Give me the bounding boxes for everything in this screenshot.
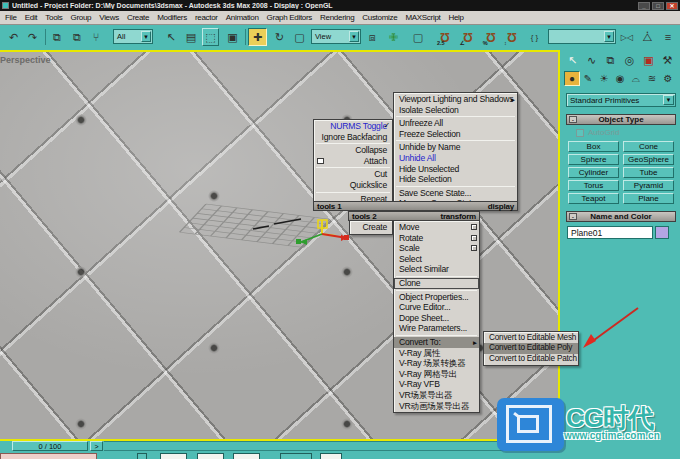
- coordinate-y-field[interactable]: [197, 453, 224, 459]
- menu-item-cut[interactable]: Cut: [314, 169, 392, 180]
- menu-item-save-scene-state[interactable]: Save Scene State...: [394, 188, 517, 199]
- next-frame-button[interactable]: >: [90, 441, 103, 451]
- menu-rendering[interactable]: Rendering: [320, 13, 354, 22]
- menu-item-vray-properties[interactable]: V-Ray 属性: [394, 348, 479, 359]
- menu-modifiers[interactable]: Modifiers: [157, 13, 187, 22]
- chevron-down-icon[interactable]: ▼: [141, 31, 151, 42]
- menu-create[interactable]: Create: [127, 13, 149, 22]
- menu-item-wire-parameters[interactable]: Wire Parameters...: [394, 323, 479, 334]
- selection-lock-toggle[interactable]: [137, 453, 147, 459]
- select-by-name-icon[interactable]: ▤: [183, 28, 199, 46]
- select-and-manipulate-icon[interactable]: ✙: [385, 28, 402, 46]
- mirror-box-icon[interactable]: ▢: [408, 28, 428, 46]
- time-slider[interactable]: 0 / 100: [12, 441, 88, 451]
- select-object-icon[interactable]: ↖: [163, 28, 179, 46]
- object-type-rollout[interactable]: - Object Type: [566, 114, 676, 125]
- menu-tools[interactable]: Tools: [45, 13, 62, 22]
- menu-item-hide-unselected[interactable]: Hide Unselected: [394, 164, 517, 175]
- settings-box-icon[interactable]: [471, 224, 477, 230]
- tube-button[interactable]: Tube: [623, 167, 674, 178]
- menu-item-convert-editable-patch[interactable]: Convert to Editable Patch: [484, 354, 578, 364]
- tab-display-icon[interactable]: ▣: [639, 52, 658, 68]
- menu-item-curve-editor[interactable]: Curve Editor...: [394, 302, 479, 313]
- menu-item-freeze-selection[interactable]: Freeze Selection: [394, 129, 517, 140]
- quad-label-bar-top[interactable]: tools 1 display: [313, 201, 518, 211]
- torus-button[interactable]: Torus: [568, 180, 619, 191]
- snap-toggle-icon[interactable]: Ω2.5: [436, 28, 454, 46]
- bind-to-spacewarp-icon[interactable]: ⑂: [88, 28, 104, 46]
- menu-item-ignore-backfacing[interactable]: Ignore Backfacing: [314, 132, 392, 143]
- menu-item-quickslice[interactable]: Quickslice: [314, 180, 392, 191]
- menu-item-collapse[interactable]: Collapse: [314, 145, 392, 156]
- named-selection-sets-dropdown[interactable]: ▼: [548, 29, 616, 44]
- category-lights-icon[interactable]: ☀: [596, 71, 612, 86]
- reference-coordinate-dropdown[interactable]: View ▼: [311, 29, 361, 44]
- name-color-rollout[interactable]: - Name and Color: [566, 211, 676, 222]
- menu-item-vray-scene-converter[interactable]: V-Ray 场景转换器: [394, 358, 479, 369]
- use-pivot-center-icon[interactable]: ⧈: [364, 28, 381, 46]
- box-button[interactable]: Box: [568, 141, 619, 152]
- select-and-rotate-icon[interactable]: ↻: [271, 28, 288, 46]
- rectangular-region-icon[interactable]: ⬚: [202, 28, 219, 46]
- object-class-dropdown[interactable]: Standard Primitives ▼: [566, 93, 676, 107]
- menu-maxscript[interactable]: MAXScript: [405, 13, 440, 22]
- menu-item-create[interactable]: Create: [350, 222, 392, 233]
- maxscript-mini-listener[interactable]: [0, 453, 97, 459]
- object-color-swatch[interactable]: [655, 226, 669, 239]
- grid-size-field[interactable]: [280, 453, 312, 459]
- menu-file[interactable]: File: [5, 13, 17, 22]
- menu-item-vr-scene-exporter[interactable]: VR场景导出器: [394, 390, 479, 401]
- tab-utilities-icon[interactable]: ⚒: [658, 52, 677, 68]
- menu-item-scale[interactable]: Scale: [394, 243, 479, 254]
- category-shapes-icon[interactable]: ✎: [580, 71, 596, 86]
- menu-item-vray-vfb[interactable]: V-Ray VFB: [394, 379, 479, 390]
- menu-customize[interactable]: Customize: [362, 13, 397, 22]
- keyboard-override-icon[interactable]: { }: [525, 28, 544, 46]
- menu-item-isolate-selection[interactable]: Isolate Selection: [394, 105, 517, 116]
- chevron-down-icon[interactable]: ▼: [349, 31, 359, 42]
- coordinate-x-field[interactable]: [160, 453, 187, 459]
- tab-modify-icon[interactable]: ∿: [582, 52, 601, 68]
- pyramid-button[interactable]: Pyramid: [623, 180, 674, 191]
- menu-item-viewport-lighting[interactable]: Viewport Lighting and Shadows►: [394, 94, 517, 105]
- cone-button[interactable]: Cone: [623, 141, 674, 152]
- close-button[interactable]: ✕: [666, 2, 678, 10]
- menu-item-vr-anim-scene-exporter[interactable]: VR动画场景导出器: [394, 401, 479, 412]
- select-and-link-icon[interactable]: ⧉: [49, 28, 65, 46]
- cylinder-button[interactable]: Cylinder: [568, 167, 619, 178]
- attach-pick-icon[interactable]: [317, 158, 324, 164]
- align-icon[interactable]: ⧊: [639, 28, 656, 46]
- menu-item-convert-editable-mesh[interactable]: Convert to Editable Mesh: [484, 333, 578, 343]
- menu-item-unfreeze-all[interactable]: Unfreeze All: [394, 118, 517, 129]
- percent-snap-icon[interactable]: Ω%: [482, 28, 500, 46]
- menu-graph-editors[interactable]: Graph Editors: [267, 13, 312, 22]
- restore-button[interactable]: □: [652, 2, 664, 10]
- menu-group[interactable]: Group: [70, 13, 91, 22]
- tab-hierarchy-icon[interactable]: ⧉: [601, 52, 620, 68]
- undo-icon[interactable]: ↶: [5, 28, 22, 46]
- plane-button[interactable]: Plane: [623, 193, 674, 204]
- menu-item-rotate[interactable]: Rotate: [394, 233, 479, 244]
- menu-item-vray-mesh-export[interactable]: V-Ray 网格导出: [394, 369, 479, 380]
- redo-icon[interactable]: ↷: [24, 28, 41, 46]
- chevron-down-icon[interactable]: ▼: [604, 31, 614, 42]
- category-systems-icon[interactable]: ⚙: [660, 71, 676, 86]
- menu-item-nurms-toggle[interactable]: NURMS Toggle✓: [314, 121, 392, 132]
- autogrid-checkbox[interactable]: [576, 129, 584, 137]
- menu-item-convert-to[interactable]: Convert To:►: [394, 337, 479, 348]
- spinner-snap-icon[interactable]: Ω↕: [503, 28, 521, 46]
- menu-animation[interactable]: Animation: [226, 13, 259, 22]
- category-spacewarps-icon[interactable]: ≋: [644, 71, 660, 86]
- collapse-rollout-icon[interactable]: -: [569, 213, 577, 220]
- object-name-input[interactable]: Plane01: [567, 226, 653, 239]
- menu-reactor[interactable]: reactor: [195, 13, 218, 22]
- settings-box-icon[interactable]: [471, 245, 477, 251]
- select-and-move-icon[interactable]: ✚: [248, 28, 267, 46]
- menu-item-select[interactable]: Select: [394, 254, 479, 265]
- time-slider-track[interactable]: [104, 441, 556, 451]
- menu-item-dope-sheet[interactable]: Dope Sheet...: [394, 313, 479, 324]
- sphere-button[interactable]: Sphere: [568, 154, 619, 165]
- menu-item-move[interactable]: Move: [394, 222, 479, 233]
- quad-label-bar-bottom[interactable]: tools 2 transform: [348, 211, 480, 221]
- category-helpers-icon[interactable]: ⌓: [628, 71, 644, 86]
